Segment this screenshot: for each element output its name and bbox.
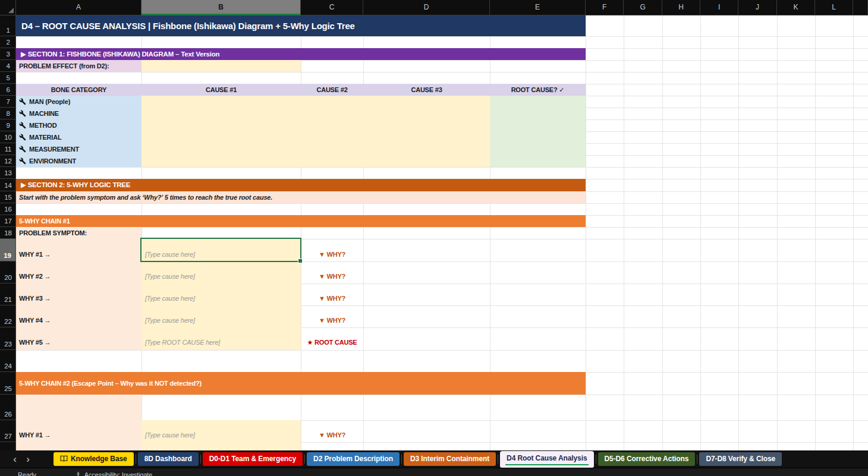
- row-headers: 1234567891011121314151617181920212223242…: [0, 15, 16, 450]
- sheet-tabs: Knowledge Base8D DashboardD0-D1 Team & E…: [54, 450, 782, 468]
- row-header-24[interactable]: 24: [0, 350, 16, 372]
- column-header-H[interactable]: H: [662, 0, 700, 15]
- sheet-tab-d2-problem-description[interactable]: D2 Problem Description: [307, 452, 400, 466]
- row-header-16[interactable]: 16: [0, 203, 16, 215]
- bone-category-label: METHOD: [29, 122, 56, 129]
- sheet-tab-d7-d8-verify-close[interactable]: D7-D8 Verify & Close: [699, 452, 782, 466]
- column-header-G[interactable]: G: [624, 0, 662, 15]
- chain2-why1-input[interactable]: [Type cause here]: [145, 429, 195, 441]
- row-header-6[interactable]: 6: [0, 84, 16, 96]
- row-header-9[interactable]: 9: [0, 119, 16, 131]
- sheet-tab-d5-d6-corrective-actions[interactable]: D5-D6 Corrective Actions: [598, 452, 696, 466]
- row-header-27[interactable]: 27: [0, 420, 16, 442]
- tabs-scroll-left-icon[interactable]: ‹: [8, 452, 21, 466]
- row-header-11[interactable]: 11: [0, 143, 16, 155]
- row-header-26[interactable]: 26: [0, 395, 16, 420]
- column-header-partial[interactable]: [853, 0, 868, 15]
- row-header-12[interactable]: 12: [0, 155, 16, 167]
- chain1-label-column: PROBLEM SYMPTOM:: [16, 227, 141, 350]
- cause-input-area[interactable]: [141, 96, 490, 167]
- chain1-why2-input[interactable]: [Type cause here]: [145, 270, 195, 282]
- problem-symptom-label: PROBLEM SYMPTOM:: [19, 227, 87, 239]
- gridline: [16, 36, 868, 37]
- bone-category-label: MEASUREMENT: [29, 146, 79, 153]
- tab-separator: [304, 455, 305, 464]
- column-header-B[interactable]: B: [141, 0, 301, 15]
- row-header-13[interactable]: 13: [0, 167, 16, 179]
- tab-separator: [200, 455, 201, 464]
- row-header-18[interactable]: 18: [0, 227, 16, 239]
- row-header-23[interactable]: 23: [0, 327, 16, 350]
- status-bar: Ready Accessibility: Investigate: [0, 468, 868, 476]
- row-header-8[interactable]: 8: [0, 108, 16, 119]
- gridline: [16, 395, 868, 395]
- chain1-why5-label: WHY #5 →: [19, 336, 51, 348]
- gridline: [700, 15, 701, 450]
- row-header-7[interactable]: 7: [0, 96, 16, 108]
- book-icon: [60, 455, 68, 464]
- column-header-I[interactable]: I: [700, 0, 738, 15]
- row-header-21[interactable]: 21: [0, 283, 16, 305]
- gridline: [16, 167, 868, 168]
- problem-effect-input-cell[interactable]: [141, 60, 301, 72]
- active-tab-underline: [505, 464, 588, 465]
- bone-category-label: MATERIAL: [29, 134, 61, 141]
- active-cell-selection[interactable]: [140, 238, 301, 262]
- chain1-why1-label: WHY #1 →: [19, 248, 51, 260]
- row-header-10[interactable]: 10: [0, 131, 16, 143]
- gridline: [777, 15, 778, 450]
- row-header-4[interactable]: 4: [0, 60, 16, 72]
- column-header-C[interactable]: C: [301, 0, 363, 15]
- chain1-root-cause-tag: ★ ROOT CAUSE: [301, 336, 363, 348]
- column-header-D[interactable]: D: [363, 0, 490, 15]
- fill-handle[interactable]: [298, 259, 303, 263]
- column-headers: ABCDEFGHIJKL: [0, 0, 868, 15]
- column-header-A[interactable]: A: [16, 0, 141, 15]
- row-header-15[interactable]: 15: [0, 191, 16, 203]
- bone-category-row: MATERIAL: [16, 131, 141, 143]
- select-all-corner[interactable]: [0, 0, 16, 15]
- gridline: [16, 227, 868, 228]
- column-header-K[interactable]: K: [777, 0, 815, 15]
- bone-category-row: MAN (People): [16, 96, 141, 108]
- wrench-icon: [19, 122, 26, 129]
- chain1-why3-input[interactable]: [Type cause here]: [145, 292, 195, 304]
- sheet-tab-d0-d1-team-emergency[interactable]: D0-D1 Team & Emergency: [203, 452, 303, 466]
- accessibility-status[interactable]: Accessibility: Investigate: [75, 471, 152, 476]
- row-header-25[interactable]: 25: [0, 372, 16, 395]
- sheet-tab-knowledge-base[interactable]: Knowledge Base: [54, 452, 134, 466]
- chain2-why1-tag: ▼ WHY?: [301, 429, 363, 441]
- sheet-tab-d4-root-cause-analysis[interactable]: D4 Root Cause Analysis: [500, 451, 593, 468]
- gridline: [853, 15, 854, 450]
- sheet-tab-d3-interim-containment[interactable]: D3 Interim Containment: [404, 452, 496, 466]
- chain1-why4-input[interactable]: [Type cause here]: [145, 314, 195, 326]
- gridline: [624, 15, 624, 450]
- chain1-why5-input[interactable]: [Type ROOT CAUSE here]: [145, 336, 220, 348]
- row-header-1[interactable]: 1: [0, 15, 16, 36]
- gridline: [815, 15, 816, 450]
- row-header-22[interactable]: 22: [0, 305, 16, 327]
- root-cause-check-area[interactable]: [490, 96, 586, 167]
- wrench-icon: [19, 110, 26, 117]
- tabs-scroll-right-icon[interactable]: ›: [21, 452, 34, 466]
- column-header-J[interactable]: J: [738, 0, 777, 15]
- column-header-E[interactable]: E: [490, 0, 586, 15]
- row-header-14[interactable]: 14: [0, 179, 16, 191]
- gridline: [16, 72, 868, 72]
- row-header-3[interactable]: 3: [0, 48, 16, 60]
- section2-note: Start with the problem symptom and ask ‘…: [16, 191, 586, 203]
- chain1-why2-label: WHY #2 →: [19, 270, 51, 282]
- problem-effect-label: PROBLEM EFFECT (from D2):: [16, 60, 141, 72]
- row-header-20[interactable]: 20: [0, 261, 16, 283]
- tab-separator: [697, 455, 697, 464]
- sheet-tab-8d-dashboard[interactable]: 8D Dashboard: [138, 452, 199, 466]
- chain2-header: 5-WHY CHAIN #2 (Escape Point – Why was i…: [16, 372, 586, 395]
- row-header-19[interactable]: 19: [0, 239, 16, 261]
- row-header-2[interactable]: 2: [0, 36, 16, 48]
- gridline: [586, 15, 586, 450]
- gridline: [738, 15, 739, 450]
- row-header-17[interactable]: 17: [0, 215, 16, 227]
- column-header-L[interactable]: L: [815, 0, 853, 15]
- row-header-5[interactable]: 5: [0, 72, 16, 84]
- column-header-F[interactable]: F: [586, 0, 624, 15]
